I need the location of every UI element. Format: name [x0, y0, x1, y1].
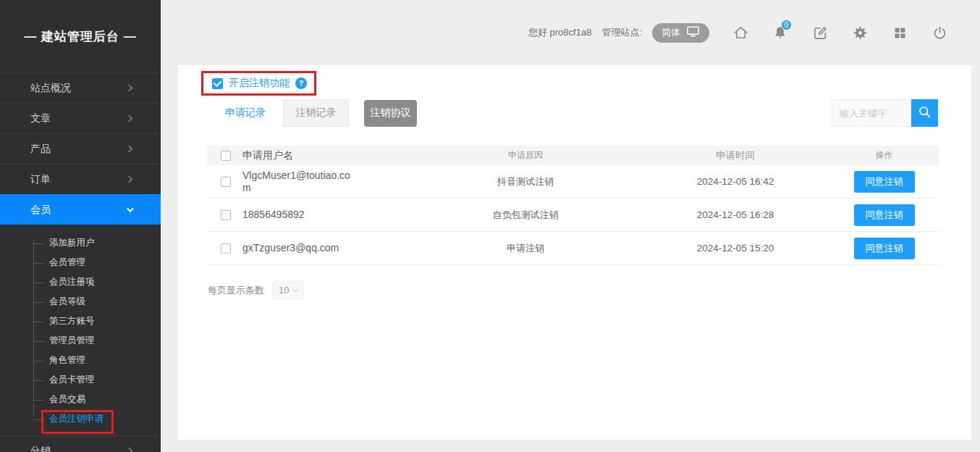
submenu-item-member-cards[interactable]: 会员卡管理 [0, 370, 161, 390]
row-checkbox[interactable] [221, 243, 231, 254]
sidebar-item-distribution[interactable]: 分销 [0, 435, 161, 452]
row-username: VlgcMuser1@toutiao.com [242, 170, 353, 194]
settings-button[interactable] [851, 24, 869, 41]
search-bar [832, 99, 938, 127]
tab-label: 注销协议 [371, 106, 411, 120]
row-username: 18856495892 [242, 209, 305, 221]
tab-logout-agreement[interactable]: 注销协议 [364, 100, 417, 127]
agree-logout-button[interactable]: 同意注销 [854, 204, 915, 226]
row-time: 2024-12-05 16:28 [641, 209, 829, 220]
chevron-right-icon [126, 115, 133, 122]
column-header-time: 申请时间 [641, 149, 829, 162]
language-site-button[interactable]: 简体 [652, 23, 709, 43]
agree-logout-button[interactable]: 同意注销 [854, 171, 915, 193]
row-username: gxTzguser3@qq.com [242, 242, 339, 254]
tab-logout-records[interactable]: 注销记录 [283, 99, 349, 127]
chevron-right-icon [126, 448, 133, 452]
content-card: 开启注销功能 ? 申请记录 注销记录 注销协议 申请用户名 申请原因 [178, 65, 971, 440]
monitor-icon [686, 25, 700, 40]
tab-label: 注销记录 [296, 106, 337, 120]
submenu-item-registration-fields[interactable]: 会员注册项 [0, 272, 161, 292]
sidebar-item-members[interactable]: 会员 [0, 194, 161, 225]
select-all-checkbox[interactable] [221, 151, 231, 161]
submenu-label: 会员注册项 [49, 276, 95, 288]
column-header-action: 操作 [829, 149, 939, 162]
chevron-right-icon [126, 176, 133, 183]
page-size-select[interactable]: 10 [272, 281, 303, 299]
gear-icon [852, 25, 869, 41]
submenu-label: 会员注销申请 [49, 413, 104, 425]
apps-button[interactable] [891, 24, 908, 41]
submenu-label: 会员管理 [49, 256, 85, 269]
row-reason: 申请注销 [410, 242, 641, 255]
user-greeting: 您好 pro8cf1a8 [528, 26, 591, 39]
table-header-row: 申请用户名 申请原因 申请时间 操作 [207, 146, 939, 165]
submenu-item-add-user[interactable]: 添加新用户 [0, 233, 161, 253]
logout-button[interactable] [931, 24, 948, 41]
power-icon [932, 25, 948, 41]
chevron-down-icon [127, 205, 134, 212]
compose-button[interactable] [811, 24, 829, 41]
page-size-label: 每页显示条数 [208, 284, 264, 297]
tab-application-records[interactable]: 申请记录 [208, 99, 283, 127]
sidebar-item-label: 订单 [30, 173, 51, 186]
submenu-label: 会员交易 [49, 393, 85, 406]
submenu-item-member-logout-requests[interactable]: 会员注销申请 [0, 409, 161, 429]
row-checkbox[interactable] [221, 177, 231, 187]
row-reason: 抖音测试注销 [410, 175, 641, 188]
enable-logout-annotated-box: 开启注销功能 ? [201, 71, 316, 96]
tab-bar: 申请记录 注销记录 注销协议 [208, 99, 417, 127]
submenu-item-member-management[interactable]: 会员管理 [0, 253, 161, 272]
table-row: gxTzguser3@qq.com 申请注销 2024-12-05 15:20 … [207, 232, 939, 265]
logout-requests-table: 申请用户名 申请原因 申请时间 操作 VlgcMuser1@toutiao.co… [207, 146, 939, 265]
manage-site-label: 管理站点: [601, 26, 642, 39]
help-icon[interactable]: ? [295, 78, 307, 89]
submenu-item-third-party-accounts[interactable]: 第三方账号 [0, 311, 161, 331]
sidebar-item-label: 会员 [30, 204, 51, 217]
apps-grid-icon [892, 25, 908, 41]
language-label: 简体 [662, 26, 680, 39]
sidebar-item-orders[interactable]: 订单 [0, 164, 161, 194]
home-icon [732, 25, 749, 41]
sidebar-item-site-overview[interactable]: 站点概况 [0, 72, 161, 103]
page-size-value: 10 [279, 285, 289, 296]
pagination: 每页显示条数 10 [208, 281, 303, 299]
sidebar-item-articles[interactable]: 文章 [0, 103, 161, 133]
sidebar-item-label: 文章 [30, 112, 51, 125]
submenu-label: 角色管理 [49, 354, 85, 367]
row-reason: 自负包测试注销 [410, 209, 641, 222]
enable-logout-label[interactable]: 开启注销功能 [229, 77, 290, 90]
row-checkbox[interactable] [221, 210, 231, 220]
submenu-label: 管理员管理 [49, 335, 95, 347]
chevron-down-icon [293, 286, 299, 292]
sidebar-item-label: 分销 [30, 445, 51, 452]
agree-logout-button[interactable]: 同意注销 [854, 238, 915, 259]
column-header-reason: 申请原因 [410, 149, 641, 162]
search-icon [917, 104, 932, 122]
chevron-right-icon [126, 85, 133, 92]
submenu-item-admin-management[interactable]: 管理员管理 [0, 331, 161, 351]
top-bar: 您好 pro8cf1a8 管理站点: 简体 0 [161, 0, 980, 65]
submenu-item-member-levels[interactable]: 会员等级 [0, 292, 161, 311]
submenu-label: 添加新用户 [49, 237, 95, 249]
sidebar-item-products[interactable]: 产品 [0, 133, 161, 164]
column-header-username: 申请用户名 [242, 149, 410, 162]
submenu-item-member-transactions[interactable]: 会员交易 [0, 390, 161, 409]
app-logo: — 建站管理后台 — [0, 0, 161, 72]
chevron-right-icon [126, 146, 133, 153]
table-row: 18856495892 自负包测试注销 2024-12-05 16:28 同意注… [207, 198, 939, 232]
search-input[interactable] [832, 99, 911, 127]
submenu-label: 会员卡管理 [49, 374, 95, 386]
sidebar-item-label: 站点概况 [30, 82, 71, 95]
row-time: 2024-12-05 15:20 [641, 243, 829, 254]
sidebar-item-label: 产品 [30, 143, 51, 156]
submenu-label: 第三方账号 [49, 315, 95, 327]
sidebar: — 建站管理后台 — 站点概况 文章 产品 订单 会员 添加新用户 会员管理 会… [0, 0, 161, 452]
notifications-button[interactable]: 0 [772, 24, 789, 41]
home-button[interactable] [732, 24, 749, 41]
tab-label: 申请记录 [225, 106, 266, 120]
enable-logout-checkbox[interactable] [212, 78, 223, 89]
submenu-item-role-management[interactable]: 角色管理 [0, 351, 161, 370]
submenu-label: 会员等级 [49, 296, 85, 308]
search-button[interactable] [911, 99, 938, 127]
